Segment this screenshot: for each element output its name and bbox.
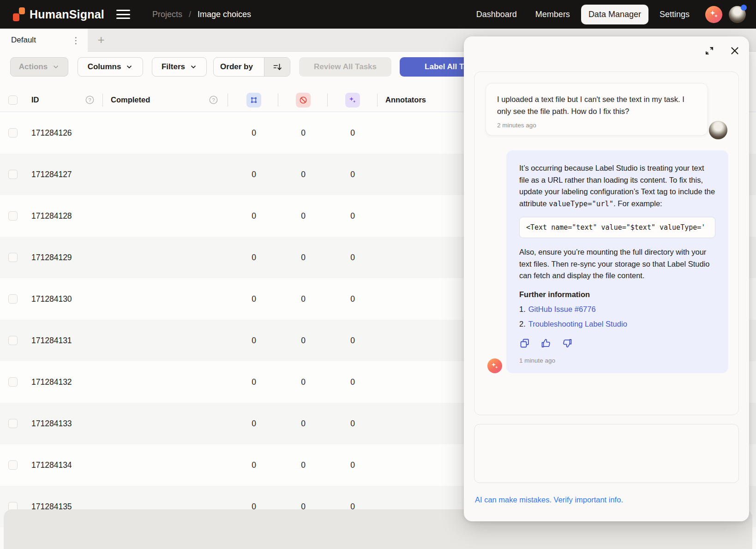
nav-item-dashboard[interactable]: Dashboard <box>469 5 524 24</box>
review-all-tasks-button[interactable]: Review All Tasks <box>299 57 391 77</box>
task-id: 171284131 <box>31 320 72 361</box>
columns-label: Columns <box>88 62 121 72</box>
nav-right: Dashboard Members Data Manager Settings <box>469 5 746 24</box>
troubleshooting-link[interactable]: Troubleshooting Label Studio <box>528 320 627 328</box>
user-message-bubble: I uploaded a text file but I can't see t… <box>486 83 708 136</box>
cancelled-count: 0 <box>294 195 312 237</box>
row-checkbox[interactable] <box>8 377 18 387</box>
code-block[interactable]: <Text name="text" value="$text" valueTyp… <box>519 217 715 238</box>
ai-disclaimer-link[interactable]: AI can make mistakes. Verify important i… <box>475 495 623 504</box>
cancelled-count: 0 <box>294 112 312 154</box>
ai-chat-avatar <box>487 358 502 373</box>
row-checkbox[interactable] <box>8 294 18 304</box>
annotations-count: 0 <box>245 154 263 195</box>
column-header-annotators[interactable]: Annotators <box>385 88 426 112</box>
assistant-paragraph-1: It’s occurring because Label Studio is t… <box>519 162 715 209</box>
notification-badge <box>741 5 747 11</box>
ai-assistant-button[interactable] <box>705 6 722 23</box>
predictions-count: 0 <box>343 361 362 403</box>
cancelled-count: 0 <box>294 237 312 278</box>
annotations-count: 0 <box>245 195 263 237</box>
cancelled-annotations-icon <box>296 93 311 107</box>
thumbs-up-icon[interactable] <box>540 338 552 349</box>
breadcrumb-current-project: Image choices <box>198 10 251 19</box>
user-message-timestamp: 2 minutes ago <box>497 122 696 129</box>
reference-link-item: 2.Troubleshooting Label Studio <box>519 320 715 328</box>
predictions-count: 0 <box>343 320 362 361</box>
thumbs-down-icon[interactable] <box>562 338 573 349</box>
actions-label: Actions <box>19 62 48 72</box>
assistant-paragraph-2: Also, ensure you’re mounting the full di… <box>519 246 715 282</box>
filters-label: Filters <box>162 62 185 72</box>
columns-button[interactable]: Columns <box>78 57 143 77</box>
cancelled-count: 0 <box>294 361 312 403</box>
top-nav: HumanSignal Projects / Image choices Das… <box>0 0 756 29</box>
column-header-predictions[interactable] <box>345 88 360 112</box>
task-id: 171284132 <box>31 361 72 403</box>
task-id: 171284128 <box>31 195 72 237</box>
expand-panel-icon[interactable] <box>703 45 715 57</box>
select-all-checkbox[interactable] <box>8 95 18 105</box>
hamburger-menu-icon[interactable] <box>116 9 130 20</box>
column-divider <box>228 94 228 107</box>
predictions-count: 0 <box>343 403 362 444</box>
github-issue-link[interactable]: GitHub Issue #6776 <box>528 305 596 313</box>
row-checkbox[interactable] <box>8 128 18 137</box>
humansignal-logo-icon <box>13 7 25 22</box>
breadcrumb-projects[interactable]: Projects <box>152 10 182 19</box>
sort-icon <box>272 62 282 72</box>
svg-text:?: ? <box>212 97 215 103</box>
tab-default[interactable]: Default ⋮ <box>0 29 88 52</box>
actions-button[interactable]: Actions <box>10 57 68 77</box>
row-checkbox[interactable] <box>8 460 18 470</box>
cancelled-count: 0 <box>294 278 312 320</box>
column-divider <box>278 94 278 107</box>
nav-item-data-manager[interactable]: Data Manager <box>581 5 648 24</box>
chat-input[interactable] <box>474 424 739 483</box>
brand[interactable]: HumanSignal <box>13 7 104 22</box>
row-checkbox[interactable] <box>8 419 18 428</box>
task-id: 171284129 <box>31 237 72 278</box>
completed-help-icon[interactable]: ? <box>209 88 218 112</box>
task-id: 171284126 <box>31 112 72 154</box>
brand-name: HumanSignal <box>30 8 104 21</box>
predictions-count: 0 <box>343 444 362 486</box>
nav-item-settings[interactable]: Settings <box>652 5 697 24</box>
predictions-count: 0 <box>343 237 362 278</box>
row-checkbox[interactable] <box>8 211 18 221</box>
ai-chat-panel: I uploaded a text file but I can't see t… <box>464 36 749 521</box>
row-checkbox[interactable] <box>8 253 18 262</box>
further-information-heading: Further information <box>519 290 715 299</box>
annotations-icon <box>246 93 261 107</box>
column-divider <box>327 94 328 107</box>
cancelled-count: 0 <box>294 444 312 486</box>
chat-message-list: I uploaded a text file but I can't see t… <box>474 72 739 415</box>
chevron-down-icon <box>52 63 60 71</box>
annotations-count: 0 <box>245 237 263 278</box>
app-window: HumanSignal Projects / Image choices Das… <box>0 0 756 549</box>
row-checkbox[interactable] <box>8 170 18 179</box>
column-header-id[interactable]: ID <box>31 88 39 112</box>
tab-default-label: Default <box>11 36 36 45</box>
list-number: 2. <box>519 320 526 328</box>
cancelled-count: 0 <box>294 320 312 361</box>
annotations-count: 0 <box>245 361 263 403</box>
assistant-message: It’s occurring because Label Studio is t… <box>486 150 727 373</box>
id-help-icon[interactable]: ? <box>85 88 95 112</box>
column-header-completed[interactable]: Completed <box>111 88 150 112</box>
task-id: 171284127 <box>31 154 72 195</box>
sort-direction-button[interactable] <box>264 58 290 76</box>
column-header-annotations[interactable] <box>246 88 261 112</box>
nav-item-members[interactable]: Members <box>528 5 577 24</box>
column-header-cancelled[interactable] <box>296 88 311 112</box>
filters-button[interactable]: Filters <box>152 57 207 77</box>
close-panel-icon[interactable] <box>729 45 741 57</box>
sparkles-icon <box>708 9 720 20</box>
copy-icon[interactable] <box>519 338 530 349</box>
user-avatar[interactable] <box>729 6 746 23</box>
cancelled-count: 0 <box>294 154 312 195</box>
tab-kebab-menu-icon[interactable]: ⋮ <box>72 36 80 45</box>
row-checkbox[interactable] <box>8 336 18 345</box>
order-by-button[interactable]: Order by <box>213 57 290 77</box>
add-tab-button[interactable]: + <box>95 34 108 47</box>
